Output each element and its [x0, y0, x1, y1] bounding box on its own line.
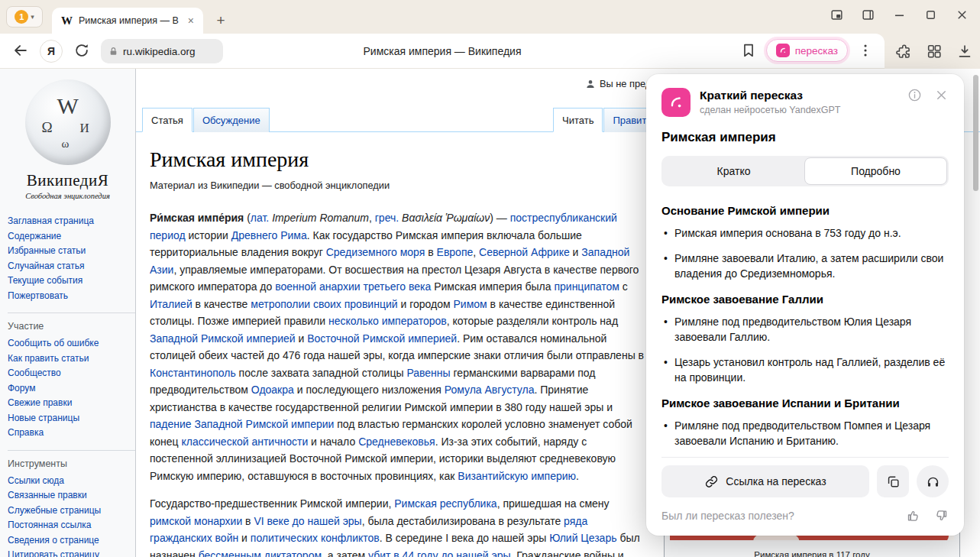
article-link[interactable]: Римом: [453, 298, 487, 310]
article-link[interactable]: лат.: [251, 212, 269, 224]
article-link[interactable]: Восточной Римской империей: [307, 332, 457, 345]
article-text: ,: [473, 246, 479, 258]
sidebar-group-header: Участие: [8, 321, 123, 332]
floating-window-icon[interactable]: [830, 8, 844, 22]
extensions-puzzle-icon[interactable]: [895, 43, 912, 60]
article-link[interactable]: метрополии своих провинций: [251, 298, 397, 310]
article-link[interactable]: Европе: [437, 246, 474, 258]
downloads-icon[interactable]: [956, 43, 973, 60]
article-link[interactable]: убит в 44 году до нашей эры: [368, 549, 511, 557]
article-link[interactable]: Средневековья: [358, 436, 435, 448]
sidebar-link[interactable]: Избранные статьи: [8, 244, 123, 259]
article-link[interactable]: Ромула Августула: [445, 384, 535, 396]
sidebar-link[interactable]: Свежие правки: [8, 396, 123, 411]
article-link[interactable]: политических конфликтов: [251, 532, 380, 544]
sidebar-link[interactable]: Новые страницы: [8, 411, 123, 426]
article-text: и городом: [398, 298, 454, 310]
article-text: . В середине I века до нашей эры: [380, 532, 549, 544]
sidebar-link[interactable]: Заглавная страница: [8, 214, 123, 229]
article-text: Ри́мская импе́рия: [150, 212, 244, 224]
pereskaz-button[interactable]: пересказ: [766, 39, 848, 62]
minimize-window-icon[interactable]: [892, 8, 907, 22]
summary-bullet: Римляне завоевали Италию, а затем расшир…: [661, 251, 949, 281]
article-link[interactable]: Западной Римской империей: [150, 332, 296, 345]
panel-actions: Ссылка на пересказ: [661, 465, 949, 497]
article-link[interactable]: Древнего Рима: [231, 229, 307, 241]
wikipedia-globe-logo[interactable]: W Ω И ω: [25, 79, 111, 165]
panel-divider: [661, 457, 949, 458]
info-icon[interactable]: [907, 88, 922, 102]
browser-window: 1 ▾ W Римская империя — В × + Я: [0, 0, 980, 557]
article-link[interactable]: принципатом: [554, 280, 619, 293]
sidebar-link[interactable]: Как править статьи: [8, 351, 123, 367]
thumbs-up-icon[interactable]: [906, 508, 921, 523]
sidebar-link[interactable]: Форум: [8, 381, 123, 397]
close-window-icon[interactable]: [955, 8, 969, 22]
listen-summary-button[interactable]: [917, 465, 949, 497]
article-link[interactable]: греч.: [375, 212, 399, 224]
article-link[interactable]: Италией: [150, 298, 192, 310]
summary-link-button[interactable]: Ссылка на пересказ: [661, 465, 869, 497]
wiki-tab[interactable]: Статья: [142, 108, 192, 132]
thumbs-down-icon[interactable]: [933, 508, 949, 523]
article-link[interactable]: Равенны: [406, 367, 450, 379]
sidebar-link[interactable]: Сведения о странице: [8, 533, 123, 549]
sidebar-link[interactable]: Постоянная ссылка: [8, 518, 123, 533]
article-link[interactable]: бессменным диктатором: [199, 549, 322, 557]
sidebar-link[interactable]: Сообщество: [8, 366, 123, 381]
browser-tab-active[interactable]: W Римская империя — В ×: [52, 8, 203, 34]
sidebar-link[interactable]: Пожертвовать: [8, 289, 123, 304]
tab-group-chip[interactable]: 1 ▾: [6, 6, 43, 28]
copy-summary-button[interactable]: [877, 465, 909, 497]
sidebar-panel-icon[interactable]: [861, 8, 875, 22]
article-text: (: [244, 212, 251, 224]
collections-icon[interactable]: [926, 43, 943, 60]
summary-toggle-option[interactable]: Кратко: [663, 157, 804, 185]
close-panel-icon[interactable]: [934, 88, 949, 102]
new-tab-button[interactable]: +: [211, 11, 231, 31]
panel-feedback: Был ли пересказ полезен?: [661, 508, 949, 523]
sidebar-link[interactable]: Текущие события: [8, 274, 123, 289]
reload-button[interactable]: [73, 42, 90, 62]
article-link[interactable]: несколько императоров: [328, 315, 447, 327]
sidebar-link[interactable]: Связанные правки: [8, 488, 123, 504]
article-text: и начало: [308, 436, 358, 448]
maximize-window-icon[interactable]: [923, 8, 938, 22]
sidebar-link[interactable]: Содержание: [8, 229, 123, 244]
article-link[interactable]: Северной Африке: [479, 246, 570, 258]
sidebar-link[interactable]: Случайная статья: [8, 259, 123, 274]
sidebar-link[interactable]: Справка: [8, 426, 123, 441]
kebab-menu-icon[interactable]: [857, 42, 874, 59]
page-scrollbar-thumb[interactable]: [973, 75, 978, 191]
back-button[interactable]: [12, 42, 29, 62]
bookmark-icon[interactable]: [740, 42, 757, 59]
globe-letter: ω: [62, 138, 70, 151]
article-link[interactable]: военной анархии третьего века: [275, 280, 431, 293]
wiki-tab[interactable]: Обсуждение: [193, 108, 270, 132]
tab-close-icon[interactable]: ×: [185, 13, 197, 28]
article-link[interactable]: Юлий Цезарь: [549, 532, 616, 544]
article-link[interactable]: Одоакра: [251, 384, 294, 396]
wiki-tab[interactable]: Читать: [553, 108, 603, 132]
feedback-question: Был ли пересказ полезен?: [661, 510, 794, 522]
yandex-logo-button[interactable]: Я: [40, 40, 63, 63]
article-link[interactable]: римской монархии: [150, 515, 242, 527]
wikipedia-favicon: W: [61, 15, 73, 28]
article-link[interactable]: Константинополь: [150, 367, 236, 379]
article-link[interactable]: классической античности: [182, 436, 309, 448]
sidebar-link[interactable]: Ссылки сюда: [8, 474, 123, 489]
article-link[interactable]: VI веке до нашей эры: [254, 515, 361, 527]
sidebar-link[interactable]: Служебные страницы: [8, 504, 123, 519]
summary-sections: Основание Римской империиРимская империя…: [661, 193, 949, 455]
summary-article-title: Римская империя: [661, 130, 949, 145]
sidebar-link[interactable]: Сообщить об ошибке: [8, 336, 123, 351]
article-link[interactable]: Средиземного моря: [326, 246, 425, 258]
lock-icon: [108, 47, 118, 57]
wikipedia-wordmark[interactable]: ВикипедиЯ: [0, 171, 135, 190]
sidebar-link[interactable]: Цитировать страницу: [8, 548, 123, 557]
address-bar[interactable]: ru.wikipedia.org: [101, 39, 223, 63]
article-link[interactable]: падение Западной Римской империи: [150, 418, 334, 430]
article-link[interactable]: Византийскую империю: [458, 470, 576, 482]
summary-toggle-option[interactable]: Подробно: [804, 157, 947, 185]
article-link[interactable]: Римская республика: [394, 497, 496, 510]
